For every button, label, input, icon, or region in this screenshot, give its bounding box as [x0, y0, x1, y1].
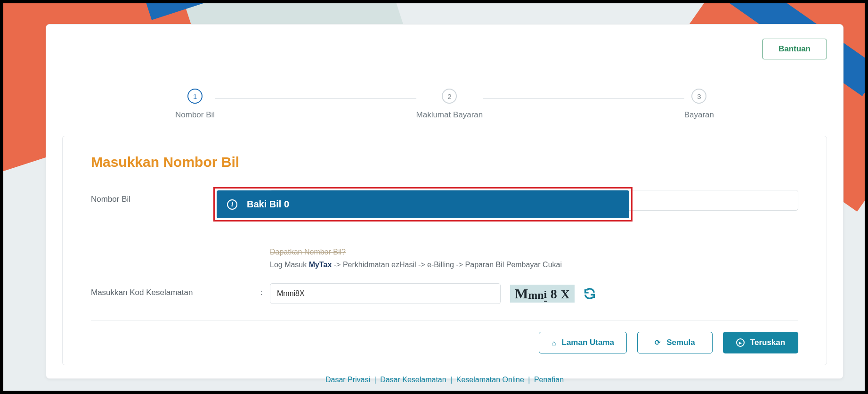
hint-question: Dapatkan Nombor Bil? — [270, 246, 798, 258]
home-button[interactable]: ⌂ Laman Utama — [539, 332, 627, 353]
mytax-brand: MyTax — [309, 261, 332, 269]
footer-sep: | — [374, 376, 379, 384]
step-label: Bayaran — [684, 110, 714, 120]
footer-sep: | — [450, 376, 454, 384]
security-code-input[interactable] — [270, 283, 501, 304]
reset-button[interactable]: ⟳ Semula — [637, 332, 713, 353]
reset-button-label: Semula — [666, 338, 695, 347]
main-card: Bantuan 1 Nombor Bil 2 Maklumat Bayaran … — [46, 24, 844, 379]
footer-sep: | — [528, 376, 532, 384]
security-code-label: Masukkan Kod Keselamatan — [91, 283, 260, 297]
form-card: Masukkan Nombor Bil Nombor Bil i Baki Bi… — [62, 136, 827, 365]
continue-button-label: Teruskan — [750, 338, 785, 347]
alert-text: Baki Bil 0 — [247, 199, 289, 210]
arrow-right-icon: ▸ — [736, 338, 745, 347]
step-connector — [215, 98, 416, 98]
footer-privacy-link[interactable]: Dasar Privasi — [325, 376, 370, 384]
alert-banner: i Baki Bil 0 — [217, 190, 629, 218]
stepper: 1 Nombor Bil 2 Maklumat Bayaran 3 Bayara… — [175, 89, 714, 120]
step-2: 2 Maklumat Bayaran — [416, 89, 483, 120]
captcha-image: M m n i 8 X — [510, 285, 575, 303]
colon: : — [260, 283, 270, 297]
footer-online-security-link[interactable]: Keselamatan Online — [456, 376, 524, 384]
divider — [91, 320, 798, 320]
refresh-icon: ⟳ — [655, 338, 661, 347]
step-circle: 3 — [691, 89, 706, 104]
home-button-label: Laman Utama — [562, 338, 614, 347]
step-connector — [483, 98, 684, 98]
section-title: Masukkan Nombor Bil — [91, 154, 798, 170]
alert-highlight-box: i Baki Bil 0 — [213, 187, 633, 222]
step-1: 1 Nombor Bil — [175, 89, 215, 120]
footer-security-link[interactable]: Dasar Keselamatan — [380, 376, 446, 384]
hint-block: Dapatkan Nombor Bil? Log Masuk MyTax -> … — [270, 246, 798, 271]
help-button[interactable]: Bantuan — [762, 39, 827, 59]
hint-prefix: Log Masuk — [270, 261, 309, 269]
continue-button[interactable]: ▸ Teruskan — [723, 332, 798, 353]
hint-suffix: -> Perkhidmatan ezHasil -> e-Billing -> … — [332, 261, 562, 269]
refresh-captcha-icon[interactable] — [583, 287, 596, 300]
info-icon: i — [227, 199, 237, 210]
footer-links: Dasar Privasi | Dasar Keselamatan | Kese… — [62, 376, 827, 384]
footer-disclaimer-link[interactable]: Penafian — [534, 376, 564, 384]
step-label: Maklumat Bayaran — [416, 110, 483, 120]
step-label: Nombor Bil — [175, 110, 215, 120]
home-icon: ⌂ — [552, 339, 556, 347]
step-3: 3 Bayaran — [684, 89, 714, 120]
step-circle: 2 — [442, 89, 457, 104]
step-circle: 1 — [187, 89, 203, 104]
button-row: ⌂ Laman Utama ⟳ Semula ▸ Teruskan — [91, 332, 798, 353]
